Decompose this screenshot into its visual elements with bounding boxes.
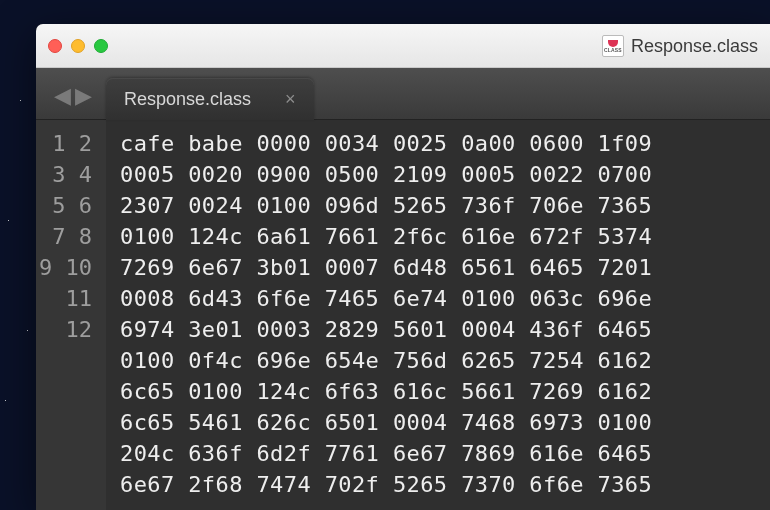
titlebar: CLASS Response.class (36, 24, 770, 68)
nav-back-icon[interactable]: ◀ (54, 85, 71, 107)
window-controls (48, 39, 108, 53)
tab-response-class[interactable]: Response.class × (106, 78, 314, 120)
line-number-gutter: 1 2 3 4 5 6 7 8 9 10 11 12 (36, 120, 106, 510)
nav-arrows: ◀ ▶ (40, 85, 106, 119)
nav-forward-icon[interactable]: ▶ (75, 85, 92, 107)
editor-window: CLASS Response.class ◀ ▶ Response.class … (36, 24, 770, 510)
java-class-file-icon: CLASS (602, 35, 624, 57)
minimize-window-icon[interactable] (71, 39, 85, 53)
zoom-window-icon[interactable] (94, 39, 108, 53)
window-title: Response.class (631, 36, 758, 57)
close-window-icon[interactable] (48, 39, 62, 53)
editor-area: 1 2 3 4 5 6 7 8 9 10 11 12 cafe babe 000… (36, 120, 770, 510)
tab-label: Response.class (124, 89, 251, 110)
code-content[interactable]: cafe babe 0000 0034 0025 0a00 0600 1f09 … (106, 120, 770, 510)
close-tab-icon[interactable]: × (285, 89, 296, 110)
window-title-area: CLASS Response.class (602, 24, 758, 68)
tab-bar: ◀ ▶ Response.class × (36, 68, 770, 120)
